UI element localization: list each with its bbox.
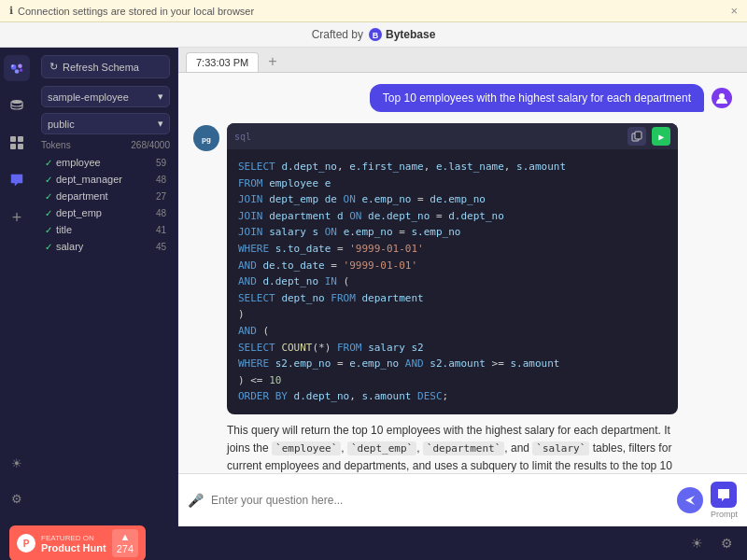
- database-select[interactable]: sample-employee ▾: [41, 86, 170, 107]
- ph-name-label: Product Hunt: [41, 542, 106, 553]
- crafted-bar: Crafted by B Bytebase: [0, 22, 747, 48]
- avatar-illustration: [9, 61, 24, 76]
- svg-text:B: B: [373, 31, 379, 40]
- check-icon: ✓: [45, 225, 52, 235]
- user-message-text: Top 10 employees with the highest salary…: [383, 91, 691, 105]
- check-icon: ✓: [45, 208, 52, 218]
- check-icon: ✓: [45, 242, 52, 252]
- pg-logo: pg: [198, 130, 215, 147]
- svg-text:pg: pg: [202, 135, 211, 144]
- svg-rect-9: [10, 136, 16, 142]
- check-icon: ✓: [45, 158, 52, 168]
- svg-rect-12: [18, 144, 23, 149]
- grid-icon: [9, 135, 24, 150]
- chat-bubble-icon: [716, 487, 731, 502]
- settings-nav-icon[interactable]: ⚙: [4, 485, 30, 511]
- add-tab-button[interactable]: +: [262, 51, 282, 72]
- copy-code-button[interactable]: [627, 127, 646, 146]
- send-button[interactable]: [677, 487, 703, 513]
- code-actions: ▶: [627, 127, 670, 146]
- user-avatar: [712, 88, 732, 108]
- bottom-bar: P FEATURED ON Product Hunt ▲ 274 ☀ ⚙: [0, 526, 747, 560]
- user-message-row: Top 10 employees with the highest salary…: [193, 84, 732, 112]
- tab-bar: 7:33:03 PM +: [178, 48, 747, 73]
- check-icon: ✓: [45, 191, 52, 202]
- table-count: 48: [156, 208, 166, 218]
- avatar-icon: [4, 55, 30, 81]
- table-item[interactable]: ✓ title 41: [34, 221, 177, 238]
- add-nav-icon[interactable]: +: [4, 204, 30, 231]
- svg-point-6: [11, 65, 13, 67]
- svg-point-5: [15, 69, 20, 74]
- table-count: 41: [156, 225, 166, 235]
- close-info-button[interactable]: ×: [730, 4, 738, 18]
- assistant-message-row: pg sql: [193, 123, 678, 473]
- bytebase-icon: B: [368, 27, 383, 42]
- input-area: 🎤 Prompt: [178, 473, 747, 526]
- run-code-button[interactable]: ▶: [652, 127, 670, 146]
- text-explanation: This query will return the top 10 employ…: [227, 422, 678, 473]
- database-icon: [9, 98, 24, 113]
- product-hunt-icon: P: [17, 534, 35, 553]
- svg-rect-11: [10, 144, 16, 149]
- table-list: ✓ employee 59 ✓ dept_manager 48 ✓ depart…: [34, 154, 177, 526]
- table-item[interactable]: ✓ employee 59: [34, 154, 177, 171]
- microphone-icon: 🎤: [188, 493, 204, 508]
- tokens-label: Tokens: [41, 140, 71, 150]
- messages-container: Top 10 employees with the highest salary…: [178, 73, 747, 473]
- code-body: SELECT d.dept_no, e.first_name, e.last_n…: [227, 149, 678, 414]
- refresh-icon: ↻: [49, 61, 58, 73]
- copy-icon: [631, 131, 642, 142]
- active-tab[interactable]: 7:33:03 PM: [186, 52, 259, 72]
- grid-nav-icon[interactable]: [4, 130, 30, 156]
- table-item[interactable]: ✓ department 27: [34, 188, 177, 204]
- bytebase-logo: B Bytebase: [368, 27, 435, 42]
- left-panel: ↻ Refresh Schema sample-employee ▾ publi…: [34, 48, 178, 526]
- code-block: sql ▶: [227, 123, 678, 414]
- chat-input[interactable]: [211, 494, 669, 507]
- check-icon: ✓: [45, 175, 52, 185]
- database-nav-icon[interactable]: [4, 92, 30, 119]
- product-hunt-badge[interactable]: P FEATURED ON Product Hunt ▲ 274: [9, 525, 146, 560]
- svg-point-4: [18, 63, 22, 68]
- table-name: dept_emp: [56, 207, 102, 218]
- light-nav-icon[interactable]: ☀: [4, 450, 30, 476]
- assistant-content: sql ▶: [227, 123, 678, 473]
- bytebase-brand: Bytebase: [386, 28, 435, 41]
- schema-select[interactable]: public ▾: [41, 113, 170, 134]
- prompt-icon: [711, 482, 737, 508]
- user-avatar-icon: [714, 91, 729, 105]
- user-message-bubble: Top 10 employees with the highest salary…: [370, 84, 704, 112]
- chevron-down-icon-schema: ▾: [158, 118, 163, 130]
- table-name: department: [56, 190, 108, 202]
- info-message: Connection settings are stored in your l…: [18, 6, 254, 17]
- settings-button[interactable]: ⚙: [715, 532, 738, 554]
- chat-nav-icon[interactable]: [4, 167, 30, 193]
- table-name: title: [56, 224, 72, 235]
- code-header: sql ▶: [227, 123, 678, 149]
- table-item[interactable]: ✓ dept_manager 48: [34, 171, 177, 188]
- code-language-label: sql: [234, 132, 251, 142]
- svg-point-8: [11, 100, 22, 104]
- table-count: 48: [156, 175, 166, 185]
- ph-vote-count: 274: [117, 543, 134, 555]
- tab-label: 7:33:03 PM: [196, 57, 248, 68]
- table-item[interactable]: ✓ dept_emp 48: [34, 204, 177, 221]
- tokens-row: Tokens 268/4000: [41, 140, 170, 150]
- database-value: sample-employee: [48, 91, 129, 103]
- table-count: 27: [156, 191, 166, 202]
- ph-votes: ▲ 274: [112, 529, 138, 557]
- table-item[interactable]: ✓ salary 45: [34, 238, 177, 255]
- light-mode-button[interactable]: ☀: [685, 532, 708, 554]
- refresh-label: Refresh Schema: [63, 62, 139, 73]
- refresh-schema-button[interactable]: ↻ Refresh Schema: [41, 55, 170, 78]
- postgres-icon: pg: [193, 125, 219, 151]
- schema-value: public: [48, 119, 75, 130]
- prompt-button[interactable]: Prompt: [711, 482, 738, 519]
- ph-arrow: ▲: [120, 531, 130, 543]
- table-name: dept_manager: [56, 174, 122, 185]
- chat-area: 7:33:03 PM + Top 10 employees with the h…: [178, 48, 747, 526]
- table-name: salary: [56, 241, 83, 252]
- svg-rect-17: [635, 132, 641, 139]
- ph-featured-label: FEATURED ON: [41, 534, 106, 542]
